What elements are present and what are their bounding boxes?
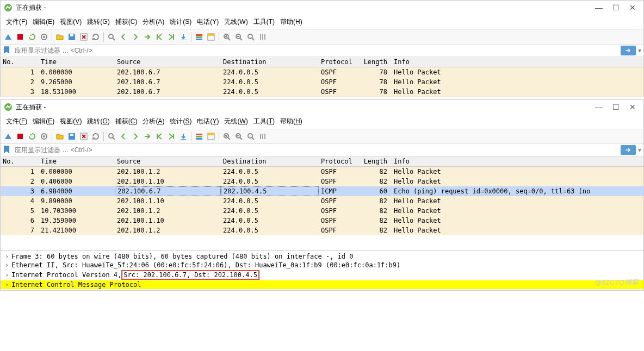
goto-icon[interactable] bbox=[142, 32, 153, 42]
expand-icon[interactable]: › bbox=[5, 281, 11, 289]
apply-filter-button[interactable] bbox=[621, 145, 636, 155]
col-len[interactable]: Length bbox=[360, 57, 389, 67]
stop-icon[interactable] bbox=[15, 131, 26, 142]
resize-columns-icon[interactable] bbox=[257, 131, 268, 142]
first-icon[interactable] bbox=[154, 131, 165, 142]
menu-item[interactable]: 帮助(H) bbox=[278, 16, 305, 28]
close-button[interactable]: ✕ bbox=[629, 103, 636, 111]
packet-row[interactable]: 20.406000202.100.1.10224.0.0.5OSPF82Hell… bbox=[1, 177, 643, 186]
find-icon[interactable] bbox=[106, 131, 117, 142]
menu-item[interactable]: 统计(S) bbox=[168, 116, 194, 127]
col-source[interactable]: Source bbox=[115, 57, 221, 67]
col-dest[interactable]: Destination bbox=[221, 156, 319, 166]
options-icon[interactable] bbox=[39, 32, 49, 42]
stop-icon[interactable] bbox=[15, 32, 26, 42]
close-file-icon[interactable] bbox=[78, 32, 89, 42]
colorize-icon[interactable] bbox=[194, 131, 205, 142]
shark-fin-icon[interactable] bbox=[3, 131, 14, 142]
packet-list-header[interactable]: No. Time Source Destination Protocol Len… bbox=[1, 156, 643, 167]
menu-item[interactable]: 帮助(H) bbox=[278, 116, 305, 127]
minimize-button[interactable]: — bbox=[595, 103, 603, 111]
packet-row[interactable]: 29.265000202.100.6.7224.0.0.5OSPF78Hello… bbox=[1, 77, 643, 87]
zoom-reset-icon[interactable] bbox=[245, 131, 256, 142]
minimize-button[interactable]: — bbox=[595, 3, 603, 12]
detail-ip[interactable]: ›Internet Protocol Version 4, Src: 202.1… bbox=[1, 269, 643, 280]
menu-item[interactable]: 视图(V) bbox=[58, 16, 84, 28]
packet-row[interactable]: 619.359000202.100.1.10224.0.0.5OSPF82Hel… bbox=[1, 216, 643, 225]
titlebar[interactable]: 正在捕获 - — ☐ ✕ bbox=[1, 100, 643, 114]
menu-item[interactable]: 编辑(E) bbox=[30, 16, 57, 28]
menu-item[interactable]: 文件(F) bbox=[4, 116, 29, 127]
save-icon[interactable] bbox=[66, 32, 77, 42]
menu-item[interactable]: 捕获(C) bbox=[113, 116, 140, 127]
expand-icon[interactable]: › bbox=[5, 271, 11, 279]
packet-row[interactable]: 36.984000202.100.6.7202.100.4.5ICMP60Ech… bbox=[1, 186, 643, 196]
close-button[interactable]: ✕ bbox=[629, 3, 636, 12]
open-icon[interactable] bbox=[54, 131, 65, 142]
menu-item[interactable]: 捕获(C) bbox=[113, 16, 140, 28]
menu-item[interactable]: 工具(T) bbox=[251, 16, 277, 28]
expand-icon[interactable]: › bbox=[5, 261, 11, 269]
packet-row[interactable]: 318.531000202.100.6.7224.0.0.5OSPF78Hell… bbox=[1, 87, 643, 97]
menu-item[interactable]: 视图(V) bbox=[58, 116, 84, 127]
detail-frame[interactable]: ›Frame 3: 60 bytes on wire (480 bits), 6… bbox=[1, 252, 643, 261]
bookmark-icon[interactable] bbox=[3, 46, 11, 55]
find-icon[interactable] bbox=[106, 32, 117, 42]
maximize-button[interactable]: ☐ bbox=[612, 3, 620, 12]
packet-row[interactable]: 721.421000202.100.1.2224.0.0.5OSPF82Hell… bbox=[1, 225, 643, 235]
menu-item[interactable]: 无线(W) bbox=[222, 116, 250, 127]
packet-row[interactable]: 10.000000202.100.1.2224.0.0.5OSPF82Hello… bbox=[1, 167, 643, 177]
col-len[interactable]: Length bbox=[360, 156, 389, 166]
coloring-rules-icon[interactable] bbox=[206, 131, 216, 142]
zoom-in-icon[interactable] bbox=[221, 131, 232, 142]
last-icon[interactable] bbox=[166, 131, 177, 142]
col-info[interactable]: Info bbox=[389, 57, 643, 67]
shark-fin-icon[interactable] bbox=[3, 32, 14, 42]
col-proto[interactable]: Protocol bbox=[319, 57, 360, 67]
restart-icon[interactable] bbox=[27, 32, 38, 42]
menu-item[interactable]: 分析(A) bbox=[140, 116, 166, 127]
restart-icon[interactable] bbox=[27, 131, 38, 142]
colorize-icon[interactable] bbox=[194, 32, 205, 42]
options-icon[interactable] bbox=[39, 131, 49, 142]
packet-list[interactable]: 10.000000202.100.1.2224.0.0.5OSPF82Hello… bbox=[1, 167, 643, 235]
close-file-icon[interactable] bbox=[78, 131, 89, 142]
open-icon[interactable] bbox=[54, 32, 65, 42]
col-no[interactable]: No. bbox=[1, 57, 39, 67]
display-filter-input[interactable] bbox=[14, 145, 621, 155]
resize-columns-icon[interactable] bbox=[257, 32, 268, 42]
col-time[interactable]: Time bbox=[39, 156, 115, 166]
menu-item[interactable]: 编辑(E) bbox=[30, 116, 57, 127]
goto-icon[interactable] bbox=[142, 131, 153, 142]
maximize-button[interactable]: ☐ bbox=[612, 103, 620, 111]
menu-item[interactable]: 跳转(G) bbox=[85, 16, 112, 28]
titlebar[interactable]: 正在捕获 - — ☐ ✕ bbox=[1, 1, 643, 15]
expand-icon[interactable]: › bbox=[5, 253, 11, 260]
col-source[interactable]: Source bbox=[115, 156, 221, 166]
detail-icmp[interactable]: ›Internet Control Message Protocol bbox=[1, 280, 643, 289]
zoom-out-icon[interactable] bbox=[233, 32, 244, 42]
packet-list[interactable]: 10.000000202.100.6.7224.0.0.5OSPF78Hello… bbox=[1, 67, 643, 97]
detail-ethernet[interactable]: ›Ethernet II, Src: HuaweiTe_5f:24:06 (00… bbox=[1, 261, 643, 269]
packet-list-header[interactable]: No. Time Source Destination Protocol Len… bbox=[1, 57, 643, 67]
packet-row[interactable]: 510.703000202.100.1.2224.0.0.5OSPF82Hell… bbox=[1, 206, 643, 216]
dropdown-icon[interactable]: ▾ bbox=[638, 146, 641, 154]
menu-item[interactable]: 统计(S) bbox=[168, 16, 194, 28]
autoscroll-icon[interactable] bbox=[178, 32, 189, 42]
save-icon[interactable] bbox=[66, 131, 77, 142]
reload-icon[interactable] bbox=[90, 32, 101, 42]
menu-item[interactable]: 工具(T) bbox=[251, 116, 277, 127]
prev-icon[interactable] bbox=[118, 131, 129, 142]
col-dest[interactable]: Destination bbox=[221, 57, 319, 67]
col-no[interactable]: No. bbox=[1, 156, 39, 166]
col-info[interactable]: Info bbox=[389, 156, 643, 166]
dropdown-icon[interactable]: ▾ bbox=[638, 47, 641, 54]
first-icon[interactable] bbox=[154, 32, 165, 42]
coloring-rules-icon[interactable] bbox=[206, 32, 216, 42]
menu-item[interactable]: 跳转(G) bbox=[85, 116, 112, 127]
zoom-out-icon[interactable] bbox=[233, 131, 244, 142]
packet-row[interactable]: 49.890000202.100.1.10224.0.0.5OSPF82Hell… bbox=[1, 196, 643, 206]
reload-icon[interactable] bbox=[90, 131, 101, 142]
col-time[interactable]: Time bbox=[39, 57, 115, 67]
menu-item[interactable]: 文件(F) bbox=[4, 16, 29, 28]
